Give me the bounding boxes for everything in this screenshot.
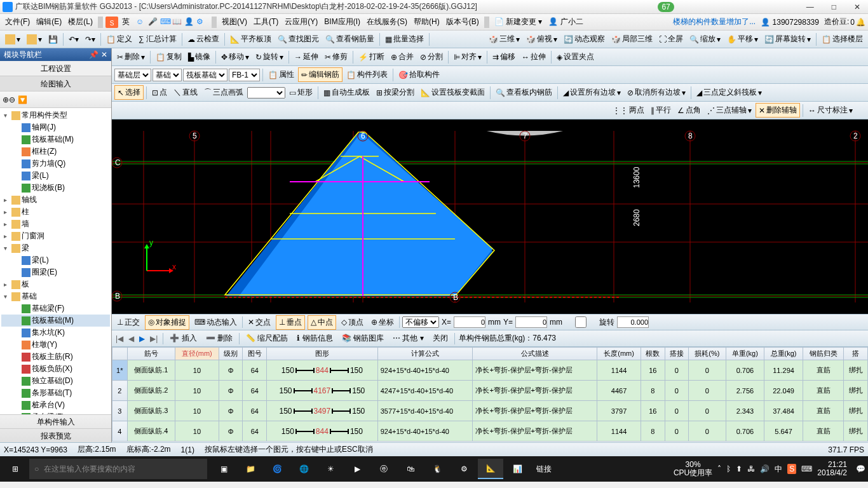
set-raft-section-button[interactable]: 📐 设置筏板变截面 [418, 86, 487, 99]
view-raft-steel-button[interactable]: 🔍 查看板内钢筋 [493, 86, 555, 99]
break-button[interactable]: ⚡ 打断 [356, 50, 387, 64]
dyn-input-button[interactable]: ⌨ 动态输入 [192, 316, 240, 329]
x-input[interactable] [454, 316, 485, 328]
mirror-button[interactable]: ▙ 镜像 [186, 50, 213, 64]
overlook-button[interactable]: 🎲 俯视 ▾ [524, 32, 560, 46]
ime-keyboard-icon[interactable]: ⌨ [160, 17, 170, 27]
start-button[interactable]: ⊞ [3, 459, 28, 479]
menu-help[interactable]: 帮助(H) [411, 15, 442, 29]
layer2-select[interactable]: 基础 [153, 69, 182, 81]
tray-bluetooth-icon[interactable]: ᛒ [726, 464, 731, 473]
ime-emoji-icon[interactable]: ☺ [136, 17, 146, 27]
new-change-button[interactable]: 📄 新建变更 ▾ [492, 15, 545, 29]
drawing-canvas[interactable]: 5 6 7 8 2 C B B 13600 2680 xy [112, 119, 868, 314]
copy-button[interactable]: 📋 复制 [153, 50, 184, 64]
tray-notifications-icon[interactable]: 💬 [856, 464, 865, 473]
table-header[interactable]: 筋号 [127, 348, 175, 360]
pan-button[interactable]: ✋ 平移 ▾ [724, 32, 761, 46]
tree-item[interactable]: 筏板基础(M) [1, 315, 110, 327]
rotate-button[interactable]: ↻ 旋转 ▾ [253, 50, 286, 64]
tray-sogou-icon[interactable]: S [787, 464, 796, 474]
minimize-button[interactable]: ― [801, 3, 819, 11]
steel-lib-button[interactable]: 📚 钢筋图库 [339, 332, 386, 345]
parallel-button[interactable]: ∥ 平行 [648, 104, 674, 117]
tree-item[interactable]: ▸轴线 [1, 194, 110, 206]
mid-snap-button[interactable]: △ 中点 [308, 315, 336, 330]
user-id[interactable]: 👤 13907298339 [761, 18, 819, 27]
steel-info-button[interactable]: ℹ 钢筋信息 [294, 332, 335, 345]
menu-online[interactable]: 在线服务(S) [364, 15, 410, 29]
tree-item[interactable]: 集水坑(K) [1, 327, 110, 339]
point-tool-button[interactable]: ⊡ 点 [149, 86, 170, 99]
open-button[interactable]: ▾ [24, 33, 44, 46]
tree-item[interactable]: 独立基础(D) [1, 375, 110, 387]
tray-cpu[interactable]: 30%CPU使用率 [674, 461, 712, 477]
split-beam-button[interactable]: ⊞ 按梁分割 [374, 86, 417, 99]
tab-project-settings[interactable]: 工程设置 [0, 61, 111, 76]
table-header[interactable]: 搭 [844, 348, 868, 360]
split-button[interactable]: ⊘ 分割 [417, 50, 445, 64]
select-tool-button[interactable]: ↖ 选择 [114, 85, 144, 100]
attr-button[interactable]: 📋 属性 [266, 68, 297, 81]
table-row[interactable]: 3侧面纵筋.310Φ6415034971503577+15*d-40+15*d-… [112, 401, 868, 421]
batch-select-button[interactable]: ▦ 批量选择 [383, 32, 426, 46]
table-header[interactable]: 计算公式 [377, 348, 473, 360]
table-header[interactable]: 根数 [641, 348, 665, 360]
tree-item[interactable]: 圈梁(E) [1, 266, 110, 278]
component-list-button[interactable]: 📋 构件列表 [344, 68, 390, 81]
obj-snap-button[interactable]: ◎ 对象捕捉 [145, 315, 189, 330]
setclip-button[interactable]: ◈ 设置夹点 [554, 50, 597, 64]
tree-item[interactable]: ▸门窗洞 [1, 230, 110, 242]
tree-item[interactable]: ▸板 [1, 278, 110, 290]
tree-item[interactable]: ▸柱 [1, 206, 110, 218]
three-aux-button[interactable]: ⋰ 三点辅轴 ▾ [705, 104, 754, 117]
offset-button[interactable]: ⇉ 偏移 [490, 50, 518, 64]
table-header[interactable]: 级别 [219, 348, 243, 360]
ime-mic-icon[interactable]: 🎤 [148, 17, 158, 27]
ime-gear-icon[interactable]: ⚙ [196, 17, 207, 27]
table-row[interactable]: 4侧面纵筋.410Φ64150844150924+15*d-40+15*d-40… [112, 421, 868, 442]
close-button[interactable]: ✕ [849, 3, 865, 11]
del-aux-button[interactable]: ✕ 删除辅轴 [756, 103, 800, 118]
tray-volume-icon[interactable]: 🔊 [760, 464, 770, 473]
expand-icon[interactable]: ⊕⊖ [3, 95, 15, 104]
tree-item[interactable]: 柱墩(Y) [1, 339, 110, 351]
table-header[interactable]: 单重(kg) [726, 348, 764, 360]
tree-item[interactable]: ▾常用构件类型 [1, 109, 110, 121]
tree-item[interactable]: 筏板主筋(R) [1, 351, 110, 363]
insert-row-button[interactable]: ➕ 插入 [167, 332, 199, 345]
steel-data-table[interactable]: 筋号直径(mm)级别图号图形计算公式公式描述长度(mm)根数搭接损耗(%)单重(… [112, 347, 868, 442]
maximize-button[interactable]: □ [827, 3, 841, 11]
tree-item[interactable]: ▾基础 [1, 290, 110, 302]
task-app2-icon[interactable]: ☀ [318, 459, 343, 479]
ime-icon[interactable]: S [105, 17, 118, 28]
new-button[interactable]: ▾ [3, 33, 23, 46]
merge-button[interactable]: ⊕ 合并 [388, 50, 416, 64]
flat-top-button[interactable]: 📐 平齐板顶 [227, 32, 274, 46]
notification-badge[interactable]: 67 [658, 2, 674, 12]
undo-button[interactable]: ↶▾ [66, 34, 81, 45]
pt-angle-button[interactable]: ∠ 点角 [675, 104, 703, 117]
ortho-button[interactable]: ⊥ 正交 [114, 316, 142, 329]
stretch-button[interactable]: ↔ 拉伸 [519, 50, 548, 64]
ime-book-icon[interactable]: 📖 [172, 17, 182, 27]
task-ggj-icon[interactable]: 📐 [478, 459, 503, 479]
three-pt-raft-button[interactable]: ◢ 三点定义斜筏板 ▾ [694, 86, 764, 99]
tree-item[interactable]: 剪力墙(Q) [1, 158, 110, 170]
dim-button[interactable]: ↔ 尺寸标注 ▾ [806, 104, 855, 117]
notice-link[interactable]: 楼梯的构件数量增加了... [673, 17, 756, 27]
tree-item[interactable]: ▾梁 [1, 242, 110, 254]
table-header[interactable]: 钢筋归类 [803, 348, 843, 360]
tree-item[interactable]: 桩承台(V) [1, 399, 110, 411]
task-store-icon[interactable]: 🛍 [398, 459, 423, 479]
vertex-snap-button[interactable]: ◇ 顶点 [339, 316, 366, 329]
tree-item[interactable]: 条形基础(T) [1, 387, 110, 399]
two-pt-button[interactable]: ⋮⋮ 两点 [610, 104, 647, 117]
tab-draw-input[interactable]: 绘图输入 [0, 76, 111, 92]
trim-button[interactable]: ✂ 修剪 [322, 50, 350, 64]
menu-file[interactable]: 文件(F) [3, 15, 32, 29]
tray-app-icon[interactable]: ⬆ [736, 464, 742, 473]
screen-rotate-button[interactable]: 🔄 屏幕旋转 ▾ [762, 32, 813, 46]
move-button[interactable]: ✥ 移动 ▾ [219, 50, 252, 64]
fullscreen-button[interactable]: ⛶ 全屏 [656, 32, 686, 46]
